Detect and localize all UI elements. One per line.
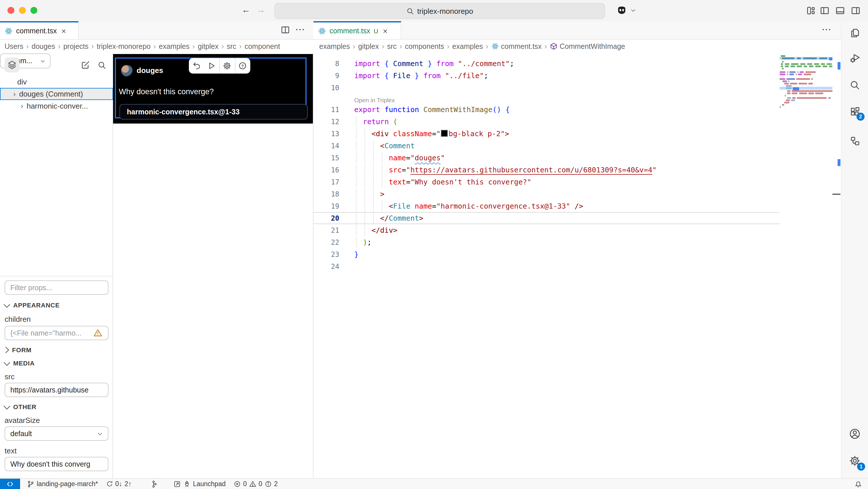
code-line-10[interactable]: 10 [313, 82, 780, 94]
avatarSize-select[interactable]: default [5, 426, 108, 441]
line-content: </div> [354, 226, 398, 234]
settings-button[interactable] [220, 58, 235, 74]
breadcrumb-item[interactable]: src [387, 42, 397, 50]
pipeline-status-item[interactable] [150, 480, 157, 488]
code-line-14[interactable]: 14 <Comment [313, 140, 780, 152]
toggle-primary-sidebar-icon[interactable] [820, 6, 830, 16]
code-line-11[interactable]: 11export function CommentWithImage() { [313, 104, 780, 115]
chevron-right-icon[interactable]: › [13, 90, 16, 98]
section-form[interactable]: FORM [5, 346, 32, 353]
codelens-open-in-triplex[interactable]: Open in Triplex [313, 94, 780, 104]
tree-item-harmonic-conver-[interactable]: ›harmonic-conver... [0, 100, 113, 112]
code-line-22[interactable]: 22 ); [313, 236, 780, 248]
extensions-button[interactable]: 2 [848, 105, 862, 118]
code-line-24[interactable]: 24 [313, 260, 780, 272]
minimap-line [781, 65, 783, 67]
section-appearance[interactable]: APPEARANCE [5, 302, 60, 309]
breadcrumb-item[interactable]: projects [63, 42, 89, 50]
section-media[interactable]: MEDIA [5, 360, 35, 367]
account-button[interactable] [848, 427, 862, 441]
code-line-8[interactable]: 8import { Comment } from "../comment"; [313, 57, 780, 69]
breadcrumb-item[interactable]: components [405, 42, 444, 50]
color-swatch [441, 130, 447, 137]
window-zoom-button[interactable] [30, 7, 37, 14]
copilot-menu[interactable] [616, 5, 636, 16]
code-editor[interactable]: 8import { Comment } from "../comment";9i… [313, 53, 780, 478]
indent-guide [356, 201, 356, 211]
breadcrumb-separator: › [91, 42, 94, 51]
notifications-item[interactable] [854, 480, 862, 488]
breadcrumb-item[interactable]: examples [319, 42, 350, 50]
search-button[interactable] [848, 78, 862, 92]
settings-button[interactable]: 1 [848, 454, 862, 468]
launchpad-status-item[interactable]: Launchpad [174, 480, 226, 488]
layers-button[interactable] [5, 57, 20, 73]
back-button[interactable]: ← [242, 5, 250, 15]
tab-comment-tsx-editor[interactable]: comment.tsx U × [313, 21, 401, 39]
chevron-right-icon[interactable]: › [21, 102, 23, 110]
breadcrumb-item[interactable]: gitplex [198, 42, 218, 50]
code-line-21[interactable]: 21 </div> [313, 224, 780, 236]
breadcrumb-item[interactable]: triplex-monorepo [97, 42, 151, 50]
explorer-button[interactable] [848, 26, 862, 40]
minimap[interactable] [780, 53, 832, 478]
toggle-panel-icon[interactable] [835, 6, 845, 16]
breadcrumb-item[interactable]: comment.tsx [491, 42, 541, 50]
overview-ruler[interactable] [832, 53, 841, 478]
close-icon[interactable]: × [383, 26, 388, 35]
tree-item-div[interactable]: div [0, 76, 113, 88]
window-minimize-button[interactable] [19, 7, 26, 14]
undo-button[interactable] [189, 58, 204, 74]
code-line-13[interactable]: 13 <div className="bg-black p-2"> [313, 127, 780, 140]
branch-status-item[interactable]: landing-page-march* [27, 480, 98, 488]
code-line-19[interactable]: 19 <File name="harmonic-convergence.tsx@… [313, 200, 780, 212]
window-close-button[interactable] [7, 7, 14, 14]
indent-guide [365, 225, 365, 236]
modified-badge: U [374, 27, 378, 34]
references-button[interactable] [848, 134, 862, 148]
breadcrumb-item[interactable]: src [227, 42, 236, 50]
code-line-20[interactable]: 20 </Comment> [313, 212, 780, 224]
editor-actions-more-icon[interactable]: ··· [822, 25, 832, 34]
code-line-18[interactable]: 18 > [313, 188, 780, 200]
tree-item-douges-comment-[interactable]: ›douges (Comment) [0, 88, 113, 100]
breadcrumb-item[interactable]: examples [453, 42, 483, 50]
breadcrumb-item[interactable]: douges [32, 42, 55, 50]
code-line-12[interactable]: 12 return ( [313, 115, 780, 127]
file-chip[interactable]: harmonic-convergence.tsx@1-33 [119, 104, 308, 119]
text-input[interactable] [5, 457, 108, 471]
section-other[interactable]: OTHER [5, 403, 36, 410]
code-line-9[interactable]: 9import { File } from "../file"; [313, 69, 780, 82]
problems-status-item[interactable]: 0 0 2 [234, 480, 278, 488]
breadcrumb-item[interactable]: examples [159, 42, 189, 50]
breadcrumb-item[interactable]: CommentWithImage [550, 42, 625, 50]
filter-props-input[interactable] [5, 280, 108, 295]
code-line-17[interactable]: 17 text="Why doesn't this converge?" [313, 176, 780, 188]
editor-actions-more-icon[interactable]: ··· [296, 25, 305, 34]
sync-status-item[interactable]: 0↓ 2↑ [106, 480, 132, 487]
split-editor-icon[interactable] [281, 25, 290, 34]
play-button[interactable] [204, 58, 219, 74]
minimap-line [789, 71, 796, 73]
customize-layout-icon[interactable] [806, 6, 816, 16]
indent-guide [373, 176, 374, 187]
close-icon[interactable]: × [61, 26, 66, 35]
help-button[interactable]: ? [236, 58, 251, 74]
code-line-16[interactable]: 16 src="https://avatars.githubuserconten… [313, 164, 780, 176]
src-input[interactable] [5, 383, 108, 397]
new-element-button[interactable] [79, 59, 92, 71]
command-center-search[interactable]: triplex-monorepo [274, 3, 605, 19]
toggle-secondary-sidebar-icon[interactable] [851, 6, 861, 16]
code-line-15[interactable]: 15 name="douges" [313, 152, 780, 164]
tab-comment-tsx-triplex[interactable]: comment.tsx × [0, 21, 79, 39]
forward-button[interactable]: → [257, 5, 265, 15]
breadcrumb-item[interactable]: Users [5, 42, 23, 50]
search-elements-button[interactable] [95, 59, 108, 71]
run-debug-button[interactable] [848, 51, 862, 65]
remote-indicator[interactable] [0, 478, 20, 489]
children-input[interactable] [5, 326, 108, 340]
breadcrumb-item[interactable]: gitplex [358, 42, 379, 50]
breadcrumb-item[interactable]: component [245, 42, 280, 50]
command-center-text: triplex-monorepo [417, 7, 473, 15]
code-line-23[interactable]: 23} [313, 248, 780, 260]
